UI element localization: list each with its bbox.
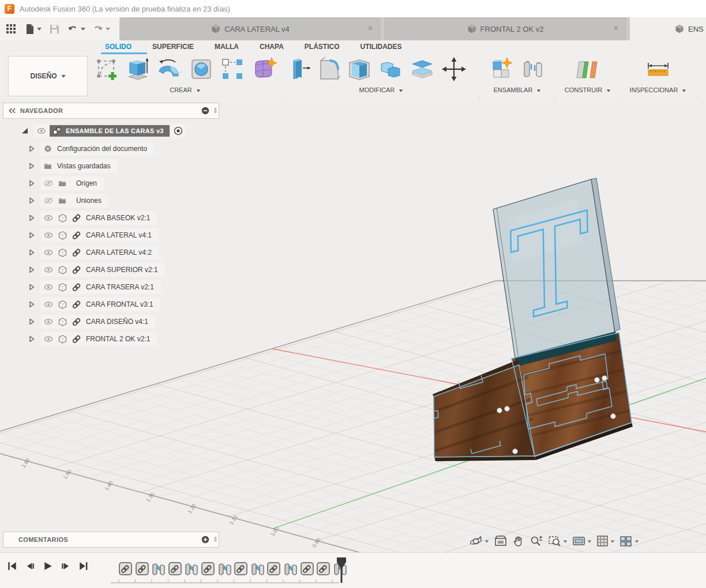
tree-item-saved-views[interactable]: Vistas guardadas [28,159,118,173]
eye-off-icon[interactable] [44,197,53,204]
ribbon-tab-chapa[interactable]: CHAPA [249,40,294,54]
tree-item-frontal-2-ok[interactable]: FRONTAL 2 OK v2:1 [28,332,157,346]
rectangular-pattern-button[interactable] [220,56,245,84]
tree-item-cara-lateral-1[interactable]: CARA LATERAL v4:1 [28,228,159,242]
tree-item-uniones[interactable]: Uniones [28,194,108,208]
timeline-feature[interactable] [184,561,199,577]
timeline-feature[interactable] [250,561,265,577]
expand-arrow-icon[interactable] [28,248,36,257]
tree-item-cara-diseno[interactable]: CARA DISEÑO v4:1 [28,315,155,329]
ribbon-tab-plastico[interactable]: PLÁSTICO [294,40,350,54]
group-label-crear[interactable]: CREAR [92,86,278,93]
close-tab-icon[interactable]: × [614,24,618,32]
tree-item-cara-trasera[interactable]: CARA TRASERA v2:1 [28,280,161,294]
look-at-button[interactable] [494,535,508,548]
timeline-feature[interactable] [300,561,315,577]
expand-arrow-icon[interactable] [28,179,36,187]
expand-arrow-icon[interactable] [28,266,36,274]
revolve-button[interactable] [156,56,183,84]
app-menu-button[interactable] [6,24,16,34]
hole-button[interactable] [189,56,214,84]
zoom-button[interactable] [530,535,543,548]
expand-arrow-icon[interactable] [28,145,36,153]
new-component-button[interactable] [490,56,515,85]
go-to-end-button[interactable] [78,561,89,571]
timeline-feature[interactable] [201,561,216,577]
offset-face-button[interactable] [409,56,435,85]
play-button[interactable] [43,561,53,571]
timeline-feature[interactable] [234,561,249,577]
expand-arrow-icon[interactable] [28,214,36,222]
create-sketch-button[interactable] [95,56,119,84]
timeline-feature[interactable] [151,561,166,577]
activate-component-radio[interactable] [174,126,183,135]
timeline-feature[interactable] [168,561,183,577]
hide-all-icon[interactable] [201,107,209,115]
tree-item-cara-superior[interactable]: CARA SUPERIOR v2:1 [28,263,165,277]
tree-item-doc-settings[interactable]: Configuración del documento [28,142,154,156]
tree-item-cara-baseok[interactable]: CARA BASEOK v2:1 [28,211,157,225]
orbit-button[interactable] [470,535,489,548]
tree-item-cara-lateral-2[interactable]: CARA LATERAL v4:2 [28,246,159,259]
collapse-arrow-icon[interactable] [21,127,29,135]
timeline-feature[interactable] [283,561,298,577]
tree-item-cara-frontal[interactable]: CARA FRONTAL v3:1 [28,297,160,311]
expand-arrow-icon[interactable] [28,335,36,343]
step-forward-button[interactable] [61,561,71,571]
tree-item-origen[interactable]: Origen [28,176,104,190]
visibility-eye-icon[interactable] [44,336,53,342]
panel-grip[interactable]: ‖ [214,107,216,115]
timeline-feature[interactable] [217,561,232,577]
redo-button[interactable] [92,24,110,33]
expand-arrow-icon[interactable] [28,231,36,239]
group-label-modificar[interactable]: MODIFICAR [287,86,475,93]
construct-plane-button[interactable] [574,56,601,85]
timeline-feature[interactable] [135,561,150,577]
tab-ensamble-active[interactable]: ENS [630,17,706,40]
viewports-button[interactable] [619,535,639,548]
timeline-feature[interactable] [266,561,281,577]
tree-item-root-ensamble[interactable]: ENSAMBLE DE LAS CARAS v3 [21,124,186,138]
press-pull-button[interactable] [290,56,312,85]
undo-button[interactable] [67,24,85,33]
visibility-eye-icon[interactable] [44,232,53,239]
visibility-eye-icon[interactable] [44,301,53,308]
step-back-button[interactable] [25,561,35,571]
timeline-position-marker[interactable] [335,556,348,584]
display-settings-button[interactable] [572,535,592,548]
ribbon-tab-utilidades[interactable]: UTILIDADES [350,40,412,54]
close-tab-icon[interactable]: × [368,24,373,32]
tab-frontal-2-ok-v2[interactable]: FRONTAL 2 OK v2 × [384,17,626,40]
grid-snap-button[interactable] [596,535,615,548]
extrude-button[interactable] [125,56,151,85]
expand-arrow-icon[interactable] [28,318,36,326]
visibility-eye-icon[interactable] [37,127,46,134]
measure-button[interactable] [645,56,671,85]
ribbon-tab-malla[interactable]: MALLA [204,40,249,54]
timeline-feature[interactable] [118,561,133,577]
tab-cara-lateral-v4[interactable]: CARA LATERAL v4 × [120,17,381,40]
group-label-inspeccionar[interactable]: INSPECCIONAR [624,86,692,93]
group-label-construir[interactable]: CONSTRUIR [557,86,618,93]
expand-arrow-icon[interactable] [28,162,36,170]
go-to-start-button[interactable] [7,561,17,571]
visibility-eye-icon[interactable] [44,249,53,256]
design-workspace-dropdown[interactable]: DISEÑO [8,56,88,96]
visibility-eye-icon[interactable] [44,266,53,273]
visibility-eye-icon[interactable] [44,318,53,325]
timeline-feature[interactable] [316,561,331,577]
group-label-ensamblar[interactable]: ENSAMBLAR [482,86,553,93]
expand-arrow-icon[interactable] [28,283,36,291]
visibility-eye-icon[interactable] [44,284,53,291]
add-comment-icon[interactable] [201,536,209,544]
eye-off-icon[interactable] [44,180,53,187]
fillet-button[interactable] [318,56,341,85]
expand-arrow-icon[interactable] [28,197,36,205]
timeline-ruler[interactable] [110,578,340,584]
collapse-panel-icon[interactable] [8,107,16,114]
combine-button[interactable] [378,56,403,85]
zoom-window-button[interactable] [548,535,568,548]
pan-button[interactable] [512,535,525,548]
expand-arrow-icon[interactable] [28,300,36,308]
create-form-button[interactable] [251,56,277,84]
